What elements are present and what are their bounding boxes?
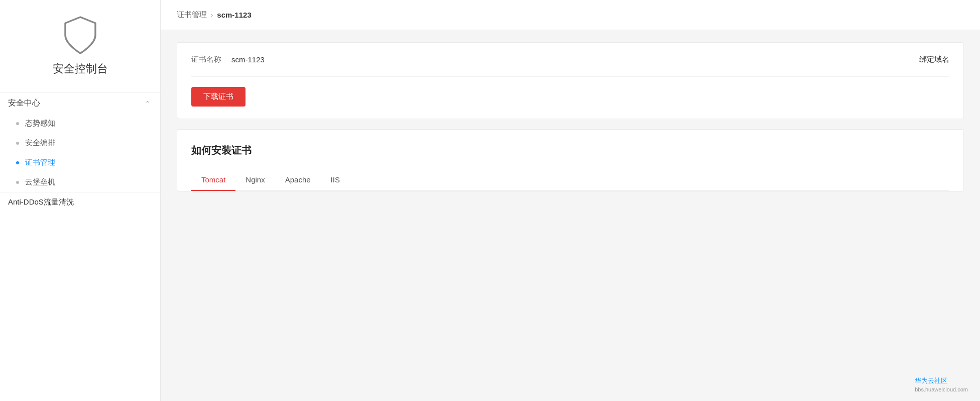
footer-link-url: bbs.huaweicloud.com: [915, 386, 968, 392]
sidebar-item-label: 态势感知: [25, 119, 55, 128]
sidebar-item-orchestration[interactable]: 安全编排: [0, 133, 160, 153]
nav-section-label: 安全中心: [8, 98, 40, 109]
dot-icon: [16, 181, 19, 184]
sidebar-item-antiddos[interactable]: Anti-DDoS流量清洗: [0, 192, 160, 212]
footer-link-text: 华为云社区: [915, 377, 947, 384]
tab-label: Apache: [285, 175, 311, 184]
logo-area: 安全控制台: [0, 0, 160, 88]
dot-icon: [16, 142, 19, 145]
tab-nginx[interactable]: Nginx: [235, 169, 275, 191]
download-cert-button[interactable]: 下载证书: [191, 87, 246, 107]
install-title: 如何安装证书: [191, 144, 949, 157]
tab-label: Tomcat: [201, 175, 225, 184]
dot-icon: [16, 161, 19, 164]
sidebar-item-fortress[interactable]: 云堡垒机: [0, 172, 160, 192]
shield-icon: [60, 15, 100, 55]
cert-label: 证书名称: [191, 55, 221, 64]
sidebar-item-label: 安全编排: [25, 138, 55, 148]
app-title: 安全控制台: [53, 61, 108, 76]
breadcrumb-parent[interactable]: 证书管理: [177, 10, 207, 20]
main-content: 证书管理 › scm-1123 证书名称 scm-1123 绑定域名 下载证书 …: [161, 0, 980, 401]
sidebar-item-label: 证书管理: [25, 158, 55, 167]
footer-community-link[interactable]: 华为云社区 bbs.huaweicloud.com: [915, 376, 968, 393]
tab-apache[interactable]: Apache: [275, 169, 321, 191]
chevron-up-icon: ⌃: [145, 100, 150, 107]
tab-label: IIS: [331, 175, 340, 184]
tab-label: Nginx: [246, 175, 265, 184]
nav-section-security: 安全中心 ⌃ 态势感知 安全编排 证书管理 云堡垒机: [0, 92, 160, 192]
cert-card: 证书名称 scm-1123 绑定域名 下载证书: [177, 42, 964, 119]
cert-action-label[interactable]: 绑定域名: [919, 55, 949, 64]
breadcrumb: 证书管理 › scm-1123: [161, 0, 980, 30]
sidebar: 安全控制台 安全中心 ⌃ 态势感知 安全编排 证书管理: [0, 0, 161, 401]
cert-name-area: 证书名称 scm-1123: [191, 55, 265, 64]
sidebar-item-label: Anti-DDoS流量清洗: [8, 197, 74, 206]
tabs: Tomcat Nginx Apache IIS: [191, 169, 949, 191]
install-card: 如何安装证书 Tomcat Nginx Apache IIS: [177, 129, 964, 191]
nav-section-header-security[interactable]: 安全中心 ⌃: [0, 92, 160, 114]
cert-value: scm-1123: [231, 55, 265, 64]
tab-tomcat[interactable]: Tomcat: [191, 169, 235, 191]
tab-iis[interactable]: IIS: [321, 169, 350, 191]
nav-items: 态势感知 安全编排 证书管理 云堡垒机: [0, 114, 160, 192]
content-area: 证书名称 scm-1123 绑定域名 下载证书 如何安装证书 Tomcat Ng…: [161, 30, 980, 401]
sidebar-nav: 安全中心 ⌃ 态势感知 安全编排 证书管理 云堡垒机: [0, 92, 160, 212]
sidebar-item-posture[interactable]: 态势感知: [0, 114, 160, 133]
breadcrumb-separator: ›: [211, 11, 213, 19]
sidebar-item-label: 云堡垒机: [25, 177, 55, 187]
breadcrumb-current: scm-1123: [217, 11, 251, 19]
dot-icon: [16, 122, 19, 125]
sidebar-item-cert-mgmt[interactable]: 证书管理: [0, 153, 160, 172]
cert-info-row: 证书名称 scm-1123 绑定域名: [191, 55, 949, 77]
